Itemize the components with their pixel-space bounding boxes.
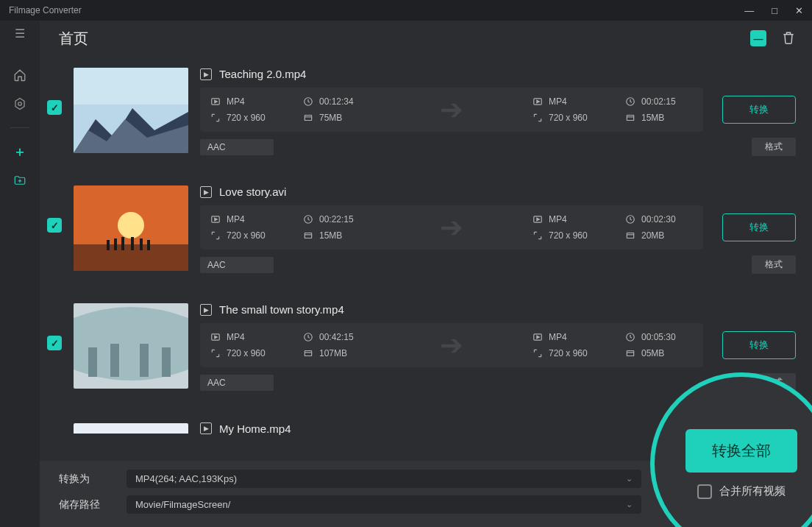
src-size: 75MB bbox=[319, 113, 342, 123]
audio-codec-tag[interactable]: AAC bbox=[200, 257, 274, 273]
save-path-select[interactable]: Movie/FilmageScreen/ ⌄ bbox=[127, 495, 641, 514]
video-icon bbox=[210, 332, 221, 342]
list-item: ✓ ▶ Love story.avi MP4 7 bbox=[47, 185, 796, 274]
window-controls: — □ ✕ bbox=[744, 5, 803, 16]
play-icon[interactable]: ▶ bbox=[200, 186, 212, 198]
format-tag[interactable]: 格式 bbox=[752, 138, 796, 156]
deselect-all-button[interactable]: — bbox=[750, 30, 766, 46]
arrow-icon: ➔ bbox=[371, 329, 533, 361]
file-name: The small town story.mp4 bbox=[219, 303, 344, 316]
dst-resolution: 720 x 960 bbox=[549, 230, 588, 241]
topbar: 首页 — bbox=[40, 21, 812, 56]
dst-size: 15MB bbox=[641, 113, 664, 123]
dst-resolution: 720 x 960 bbox=[549, 113, 588, 123]
item-checkbox[interactable]: ✓ bbox=[47, 218, 62, 233]
src-resolution: 720 x 960 bbox=[227, 113, 266, 123]
src-duration: 00:42:15 bbox=[319, 332, 354, 342]
dst-duration: 00:02:30 bbox=[641, 214, 676, 224]
dst-format: MP4 bbox=[549, 96, 567, 107]
thumbnail[interactable] bbox=[74, 303, 188, 389]
maximize-icon[interactable]: □ bbox=[772, 5, 777, 16]
minimize-icon[interactable]: — bbox=[744, 5, 754, 16]
thumbnail[interactable] bbox=[74, 68, 188, 153]
play-icon[interactable]: ▶ bbox=[200, 68, 212, 80]
thumbnail[interactable] bbox=[74, 423, 188, 434]
chevron-down-icon: ⌄ bbox=[626, 500, 633, 509]
convert-all-button[interactable]: 转换全部 bbox=[685, 429, 797, 473]
add-folder-icon[interactable] bbox=[13, 174, 26, 189]
src-size: 107MB bbox=[319, 348, 347, 358]
size-icon bbox=[303, 230, 313, 241]
svg-rect-5 bbox=[74, 68, 188, 105]
dst-format: MP4 bbox=[549, 332, 567, 342]
add-file-icon[interactable]: ＋ bbox=[13, 143, 26, 160]
size-icon bbox=[303, 113, 313, 123]
video-icon bbox=[533, 214, 543, 224]
svg-rect-40 bbox=[140, 344, 149, 377]
convert-to-label: 转换为 bbox=[59, 473, 110, 486]
arrow-icon: ➔ bbox=[371, 93, 533, 126]
play-icon[interactable]: ▶ bbox=[200, 304, 212, 316]
svg-marker-0 bbox=[15, 99, 24, 110]
file-name: Teaching 2.0.mp4 bbox=[219, 68, 306, 80]
svg-rect-38 bbox=[88, 347, 97, 377]
convert-button[interactable]: 转换 bbox=[722, 213, 796, 241]
close-icon[interactable]: ✕ bbox=[795, 5, 803, 16]
format-tag[interactable]: 格式 bbox=[752, 255, 796, 274]
svg-rect-39 bbox=[110, 344, 119, 377]
clock-icon bbox=[303, 332, 313, 342]
file-name: My Home.mp4 bbox=[219, 422, 291, 435]
svg-marker-48 bbox=[537, 336, 540, 339]
src-resolution: 720 x 960 bbox=[227, 348, 266, 358]
src-format: MP4 bbox=[227, 332, 245, 342]
merge-checkbox[interactable] bbox=[697, 484, 712, 499]
dimensions-icon bbox=[533, 230, 543, 241]
clock-icon bbox=[625, 96, 635, 107]
svg-rect-35 bbox=[627, 233, 633, 238]
size-icon bbox=[625, 230, 635, 241]
size-icon bbox=[625, 348, 635, 358]
svg-rect-23 bbox=[121, 237, 124, 250]
item-checkbox[interactable]: ✓ bbox=[47, 336, 62, 350]
play-icon[interactable]: ▶ bbox=[200, 422, 212, 434]
item-checkbox[interactable]: ✓ bbox=[47, 100, 62, 115]
convert-button[interactable]: 转换 bbox=[722, 331, 796, 359]
svg-rect-16 bbox=[627, 116, 633, 121]
svg-rect-50 bbox=[627, 351, 633, 356]
src-duration: 00:12:34 bbox=[319, 96, 354, 107]
thumbnail[interactable] bbox=[74, 185, 188, 271]
svg-rect-24 bbox=[131, 237, 134, 250]
settings-icon[interactable] bbox=[13, 97, 26, 113]
audio-codec-tag[interactable]: AAC bbox=[200, 375, 274, 391]
src-format: MP4 bbox=[227, 214, 245, 224]
home-icon[interactable] bbox=[13, 68, 26, 84]
clock-icon bbox=[625, 332, 635, 342]
audio-codec-tag[interactable]: AAC bbox=[200, 139, 274, 155]
dimensions-icon bbox=[533, 113, 543, 123]
svg-rect-21 bbox=[107, 240, 110, 250]
svg-rect-30 bbox=[304, 233, 311, 238]
clock-icon bbox=[625, 214, 635, 224]
merge-label: 合并所有视频 bbox=[719, 484, 786, 498]
save-path-value: Movie/FilmageScreen/ bbox=[135, 499, 230, 510]
svg-rect-26 bbox=[147, 240, 150, 250]
svg-point-1 bbox=[18, 102, 22, 106]
src-size: 15MB bbox=[319, 230, 342, 241]
svg-marker-14 bbox=[537, 100, 540, 103]
dst-duration: 00:02:15 bbox=[641, 96, 676, 107]
save-path-label: 储存路径 bbox=[59, 498, 110, 512]
list-item: ✓ ▶ Teaching 2.0.mp4 MP4 bbox=[47, 68, 796, 156]
dst-format: MP4 bbox=[549, 214, 567, 224]
video-icon bbox=[210, 96, 221, 107]
menu-icon[interactable]: ☰ bbox=[15, 26, 25, 40]
sidebar: ☰ ＋ bbox=[0, 21, 40, 527]
svg-marker-28 bbox=[215, 218, 218, 221]
convert-to-select[interactable]: MP4(264; AAC,193Kps) ⌄ bbox=[127, 470, 641, 488]
convert-button[interactable]: 转换 bbox=[722, 96, 796, 124]
clock-icon bbox=[303, 96, 313, 107]
svg-marker-33 bbox=[537, 218, 540, 221]
delete-icon[interactable] bbox=[781, 30, 796, 47]
dimensions-icon bbox=[210, 348, 221, 358]
arrow-icon: ➔ bbox=[371, 211, 533, 244]
page-title: 首页 bbox=[59, 29, 88, 49]
